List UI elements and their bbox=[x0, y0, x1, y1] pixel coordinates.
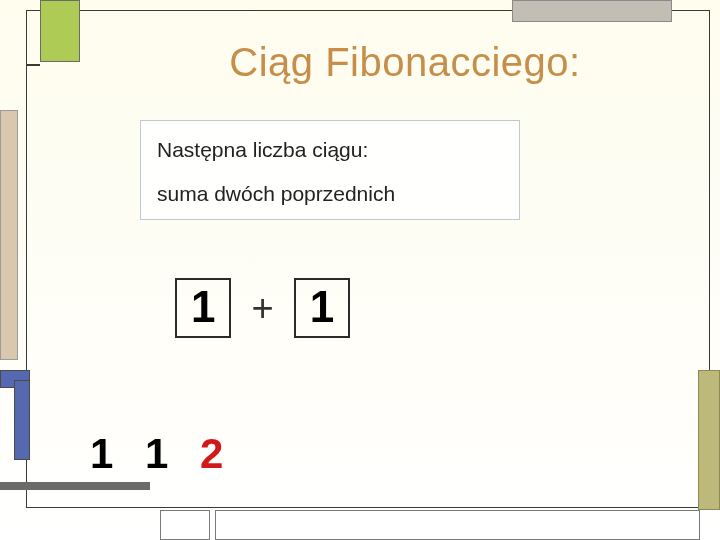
decorative-bottom-box-large bbox=[215, 510, 700, 540]
decorative-block-green bbox=[40, 0, 80, 62]
sequence-row: 1 1 2 bbox=[90, 430, 227, 478]
addition-row: 1 + 1 bbox=[175, 278, 350, 338]
description-box: Następna liczba ciągu: suma dwóch poprze… bbox=[140, 120, 520, 220]
decorative-block-blue bbox=[14, 380, 30, 460]
slide-canvas: Ciąg Fibonacciego: Następna liczba ciągu… bbox=[0, 0, 720, 540]
decorative-corner bbox=[26, 52, 40, 66]
addend-1-box: 1 bbox=[175, 278, 231, 338]
description-line-1: Następna liczba ciągu: bbox=[157, 133, 503, 167]
sequence-result: 2 bbox=[200, 430, 227, 477]
decorative-bar bbox=[0, 482, 150, 490]
slide-title: Ciąg Fibonacciego: bbox=[120, 40, 690, 85]
plus-sign: + bbox=[247, 287, 277, 330]
sequence-term-1: 1 bbox=[90, 430, 117, 477]
addend-2-box: 1 bbox=[294, 278, 350, 338]
decorative-bottom-box-small bbox=[160, 510, 210, 540]
decorative-block-tan bbox=[0, 110, 18, 360]
spacer bbox=[157, 167, 503, 177]
description-line-2: suma dwóch poprzednich bbox=[157, 177, 503, 211]
sequence-term-2: 1 bbox=[145, 430, 172, 477]
decorative-block-olive bbox=[698, 370, 720, 510]
decorative-block-grey bbox=[512, 0, 672, 22]
